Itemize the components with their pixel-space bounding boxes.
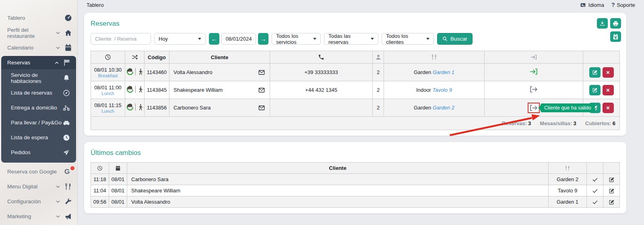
breadcrumb: Tablero — [87, 2, 104, 8]
column-code: Código — [144, 51, 169, 64]
sidebar-item-entrega-domicilio[interactable]: Entrega a domicilio — [1, 100, 76, 115]
filters-bar: Hoy ← 08/01/2024 → Todos los servicios T… — [91, 33, 620, 45]
mesas-count: 3 — [574, 120, 576, 126]
reservation-code: 1143460 — [144, 64, 169, 81]
sidebar-item-marketing[interactable]: Marketing — [0, 209, 77, 224]
sidebar-item-para-llevar[interactable]: Para llevar / Pay&Go — [1, 115, 76, 130]
email-icon[interactable] — [258, 87, 266, 93]
utensils-icon — [64, 183, 72, 190]
edit-button[interactable] — [589, 85, 601, 95]
change-time: 09:56 — [91, 196, 109, 208]
calendar-icon — [115, 165, 121, 171]
notification-dot — [70, 166, 74, 170]
chevron-down-icon — [55, 30, 61, 36]
search-input[interactable] — [91, 33, 151, 45]
bike-icon — [63, 104, 70, 111]
section-title: Últimos cambios — [91, 149, 620, 157]
table-link[interactable]: Garden 2 — [433, 105, 454, 111]
gauge-icon — [64, 14, 72, 22]
sidebar-item-menu-digital[interactable]: Menu Digital — [0, 179, 77, 194]
sidebar-item-reserva-google[interactable]: Reserva con Google G — [0, 164, 77, 179]
period-select[interactable]: Hoy — [154, 33, 206, 45]
latest-changes-card: Últimos cambios Cliente 11:18 08/01 — [84, 142, 626, 213]
edit-button[interactable] — [589, 67, 601, 78]
wrench-icon — [64, 198, 72, 205]
delete-button[interactable]: × — [603, 67, 614, 78]
sidebar-group-reservas: Reservas Servicio de habitaciones Lista … — [1, 56, 76, 163]
reservation-type-select[interactable]: Todas las reservas — [324, 33, 378, 45]
check-in-icon — [530, 54, 537, 60]
change-date: 08/01 — [109, 185, 127, 196]
seats-count: 2 — [373, 64, 384, 81]
sidebar-item-tablero[interactable]: Tablero — [0, 10, 77, 25]
calendar-icon — [64, 44, 72, 52]
car-icon — [63, 119, 70, 126]
client-left-icon[interactable] — [529, 104, 538, 112]
sidebar-item-lista-espera[interactable]: Lista de espera — [1, 130, 76, 145]
send-icon — [63, 149, 70, 156]
search-button[interactable]: Buscar — [437, 33, 473, 45]
walk-in-icon — [137, 103, 144, 111]
main-area: Tablero Idioma ? Soporte — [78, 0, 644, 225]
print-icon — [613, 21, 619, 27]
sidebar-item-perfil[interactable]: Perfil del restaurante — [0, 25, 77, 40]
client-phone: +39 33333333 — [270, 64, 373, 81]
sidebar-item-calendario[interactable]: Calendario — [0, 40, 77, 55]
client-arrived-icon[interactable] — [529, 68, 538, 76]
check-icon — [592, 177, 598, 183]
client-phone — [270, 99, 373, 117]
table-row: 11:18 08/01 Carbonero Sara Garden 2 — [91, 174, 620, 185]
sidebar-item-lista-reservas[interactable]: Lista de reservas — [1, 85, 76, 100]
dish-service-icon — [126, 68, 134, 76]
next-day-button[interactable]: → — [258, 33, 268, 45]
dish-service-icon — [126, 85, 134, 94]
support-button[interactable]: ? Soporte — [611, 2, 635, 8]
delete-button[interactable]: × — [603, 103, 614, 113]
service-label: Lunch — [91, 109, 125, 114]
edit-icon[interactable] — [609, 188, 615, 194]
services-select[interactable]: Todos los servicios — [272, 33, 321, 45]
edit-icon[interactable] — [609, 199, 615, 205]
totals-bar: Reservas:3 Mesas/sillas:3 Cubiertos:6 — [91, 120, 619, 126]
sidebar: Tablero Perfil del restaurante Calendari… — [0, 0, 78, 225]
table-row: 08/01 11:00Lunch 1143845 Shakespeare Wil… — [91, 81, 620, 99]
table-link[interactable]: Tavolo 9 — [432, 87, 452, 93]
email-icon[interactable] — [258, 69, 266, 76]
delete-button[interactable]: × — [603, 85, 614, 95]
sidebar-item-reservas[interactable]: Reservas — [1, 56, 76, 69]
table-row: 11:04 08/01 Shakespeare William Tavolo 9 — [91, 185, 620, 196]
sidebar-item-configuracion[interactable]: Configuración — [0, 194, 77, 209]
chevron-down-icon — [371, 38, 374, 40]
check-icon — [592, 199, 598, 205]
edit-icon[interactable] — [609, 177, 615, 183]
change-time: 11:18 — [91, 174, 109, 185]
print-button[interactable] — [610, 18, 621, 29]
service-label: Lunch — [91, 91, 125, 96]
date-field[interactable]: 08/01/2024 — [221, 33, 256, 45]
sidebar-item-pedidos[interactable]: Pedidos — [1, 145, 76, 160]
table-footer-row: Reservas:3 Mesas/sillas:3 Cubiertos:6 — [91, 117, 620, 130]
chevron-down-icon — [55, 184, 61, 190]
megaphone-icon — [64, 213, 72, 220]
change-date: 08/01 — [109, 196, 127, 208]
home-icon — [64, 29, 72, 37]
chevron-down-icon — [198, 38, 201, 40]
prev-day-button[interactable]: ← — [209, 33, 219, 45]
table-header-row: Código Cliente — [91, 51, 620, 64]
table-link[interactable]: Garden 1 — [433, 69, 454, 75]
compass-icon — [63, 89, 70, 97]
email-icon[interactable] — [258, 105, 266, 111]
language-button[interactable]: Idioma — [580, 2, 604, 8]
edit-icon — [592, 87, 598, 93]
calendar-view-button[interactable] — [610, 31, 621, 42]
chevron-up-icon — [54, 60, 60, 66]
room-name: Garden — [414, 69, 431, 75]
seats-count: 2 — [373, 81, 384, 99]
sidebar-item-servicio-habitaciones[interactable]: Servicio de habitaciones — [1, 70, 76, 85]
sidebar-item-label: Calendario — [7, 45, 55, 51]
download-button[interactable] — [597, 18, 608, 29]
clients-select[interactable]: Todos los clientes — [382, 33, 434, 45]
calendar-icon — [613, 34, 619, 40]
client-name: Volta Alessandro — [173, 69, 258, 75]
client-left-icon[interactable] — [529, 85, 538, 93]
